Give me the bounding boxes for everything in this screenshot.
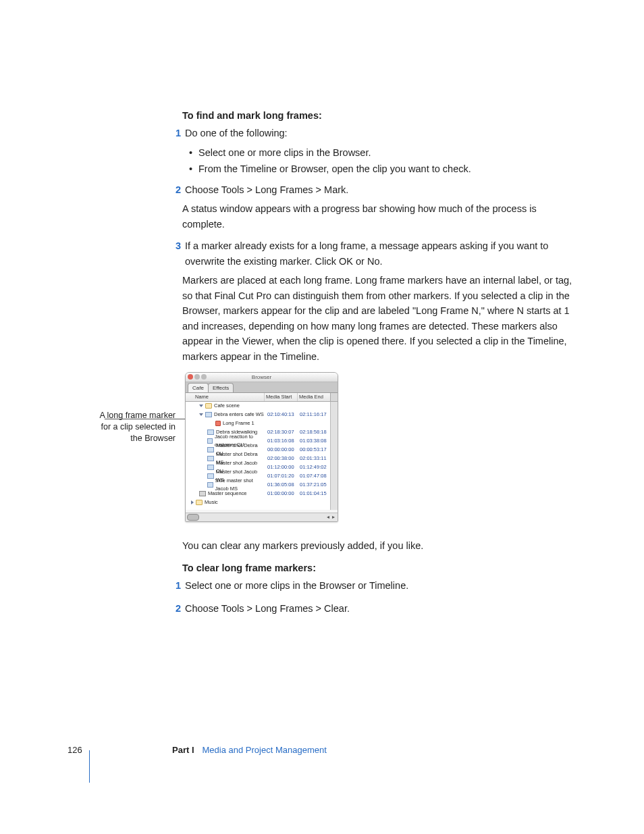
row-media-end: 01:01:04:15 bbox=[298, 490, 331, 498]
column-headers: Name Media Start Media End bbox=[186, 393, 338, 402]
page: To find and mark long frames: 1 Do one o… bbox=[0, 0, 644, 834]
row-media-start bbox=[266, 402, 298, 410]
clip-icon bbox=[207, 482, 213, 488]
row-media-start bbox=[266, 498, 298, 506]
row-media-end: 02:18:58:18 bbox=[298, 428, 331, 436]
row-media-start: 01:36:05:08 bbox=[266, 481, 298, 489]
figure-callout: A long frame marker for a clip selected … bbox=[88, 410, 176, 444]
column-name[interactable]: Name bbox=[194, 393, 264, 401]
folder-icon bbox=[205, 403, 212, 409]
step-number: 2 bbox=[169, 182, 181, 197]
content-area: To find and mark long frames: 1 Do one o… bbox=[182, 108, 581, 621]
row-media-end: 01:12:49:02 bbox=[298, 463, 331, 471]
folder-icon bbox=[196, 500, 203, 505]
disclosure-down-icon[interactable] bbox=[199, 413, 203, 416]
bullet-text: From the Timeline or Browser, open the c… bbox=[198, 161, 471, 176]
bullet-dot-icon: • bbox=[189, 161, 198, 176]
footer-title: Media and Project Management bbox=[203, 744, 327, 757]
footer-part: Part I bbox=[172, 744, 194, 757]
row-name: Music bbox=[205, 498, 218, 506]
row-name: Cafe scene bbox=[214, 402, 240, 410]
column-media-start[interactable]: Media Start bbox=[264, 393, 297, 401]
step-number: 3 bbox=[169, 238, 181, 269]
row-media-start: 01:12:00:00 bbox=[266, 463, 298, 471]
step-1: 1 Do one of the following: bbox=[182, 126, 581, 140]
row-media-end: 01:03:38:08 bbox=[298, 437, 331, 445]
tab-cafe[interactable]: Cafe bbox=[188, 383, 209, 392]
column-media-end[interactable]: Media End bbox=[297, 393, 330, 401]
row-media-end: 01:07:47:08 bbox=[298, 472, 331, 480]
row-media-end: 00:00:53:17 bbox=[298, 446, 331, 454]
step-1-clear: 1 Select one or more clips in the Browse… bbox=[182, 578, 581, 593]
section-heading-find: To find and mark long frames: bbox=[182, 108, 581, 123]
disclosure-right-icon[interactable] bbox=[191, 500, 194, 504]
step-text: If a marker already exists for a long fr… bbox=[185, 238, 581, 269]
bullet-item: • From the Timeline or Browser, open the… bbox=[189, 161, 581, 176]
clip-icon bbox=[207, 456, 214, 461]
clip-icon bbox=[207, 429, 214, 435]
step-2-clear: 2 Choose Tools > Long Frames > Clear. bbox=[182, 601, 581, 616]
row-name: Master sequence bbox=[208, 490, 247, 498]
page-footer: 126 Part I Media and Project Management bbox=[68, 744, 581, 757]
step-text: Select one or more clips in the Browser … bbox=[185, 578, 581, 593]
scroll-header bbox=[330, 393, 338, 401]
disclosure-down-icon[interactable] bbox=[199, 405, 203, 407]
seq-icon bbox=[199, 491, 206, 496]
column-disclosure bbox=[186, 393, 194, 401]
window-controls bbox=[188, 374, 207, 380]
step-text: Choose Tools > Long Frames > Clear. bbox=[185, 601, 581, 616]
clip-icon bbox=[207, 447, 214, 452]
window-title: Browser bbox=[252, 374, 271, 380]
row-media-start: 01:00:00:00 bbox=[266, 490, 298, 498]
scroll-thumb[interactable] bbox=[187, 514, 199, 521]
row-media-end bbox=[298, 498, 331, 506]
row-media-end: 02:11:16:17 bbox=[298, 411, 331, 419]
row-media-start bbox=[266, 419, 298, 427]
row-name: Long Frame 1 bbox=[223, 419, 254, 427]
step-text: Do one of the following: bbox=[185, 126, 581, 140]
table-row[interactable]: Side master shot Jacob MS01:36:05:0801:3… bbox=[186, 481, 338, 490]
step-number: 1 bbox=[169, 126, 181, 140]
row-media-start: 01:03:16:08 bbox=[266, 437, 298, 445]
row-media-end: 02:01:33:11 bbox=[298, 454, 331, 463]
table-row[interactable]: Long Frame 1 bbox=[186, 419, 338, 428]
row-media-end: 01:37:21:05 bbox=[298, 481, 331, 489]
row-media-end bbox=[298, 402, 331, 410]
table-row[interactable]: Master sequence01:00:00:0001:01:04:15 bbox=[186, 490, 338, 498]
clip-icon bbox=[207, 438, 213, 444]
bullet-list: • Select one or more clips in the Browse… bbox=[182, 145, 581, 177]
row-name: Debra enters cafe WS bbox=[214, 411, 264, 419]
close-icon[interactable] bbox=[188, 374, 193, 380]
clip-icon bbox=[207, 465, 214, 470]
row-media-start: 01:07:01:20 bbox=[266, 472, 298, 480]
step-3: 3 If a marker already exists for a long … bbox=[182, 238, 581, 269]
tab-effects[interactable]: Effects bbox=[208, 383, 234, 392]
step-2: 2 Choose Tools > Long Frames > Mark. bbox=[182, 182, 581, 197]
marker-icon bbox=[215, 421, 221, 426]
step-text: Choose Tools > Long Frames > Mark. bbox=[185, 182, 581, 197]
window-titlebar: Browser bbox=[186, 373, 338, 382]
row-media-start: 02:18:30:07 bbox=[266, 428, 298, 436]
row-media-end bbox=[298, 419, 331, 427]
scroll-arrows-icon[interactable]: ◂ ▸ bbox=[327, 513, 338, 521]
bullet-text: Select one or more clips in the Browser. bbox=[198, 145, 371, 160]
tab-bar: Cafe Effects bbox=[186, 382, 338, 393]
table-row[interactable]: Music bbox=[186, 498, 338, 507]
bullet-dot-icon: • bbox=[189, 145, 198, 160]
table-row[interactable]: Debra enters cafe WS02:10:40:1302:11:16:… bbox=[186, 411, 338, 419]
minimize-icon[interactable] bbox=[194, 374, 200, 380]
callout-leader-line bbox=[105, 419, 186, 419]
table-row[interactable]: Cafe scene bbox=[186, 402, 338, 411]
bottom-scrollbar[interactable]: ◂ ▸ bbox=[186, 513, 338, 521]
row-media-start: 00:00:00:00 bbox=[266, 446, 298, 454]
clip-icon bbox=[207, 473, 214, 479]
step-note: A status window appears with a progress … bbox=[182, 201, 581, 232]
step-number: 2 bbox=[169, 601, 181, 616]
zoom-icon[interactable] bbox=[201, 374, 207, 380]
page-number: 126 bbox=[68, 744, 95, 757]
bullet-item: • Select one or more clips in the Browse… bbox=[189, 145, 581, 160]
row-media-start: 02:10:40:13 bbox=[266, 411, 298, 419]
paragraph: Markers are placed at each long frame. L… bbox=[182, 273, 581, 364]
row-media-start: 02:00:38:00 bbox=[266, 454, 298, 463]
figure: A long frame marker for a clip selected … bbox=[182, 372, 581, 527]
